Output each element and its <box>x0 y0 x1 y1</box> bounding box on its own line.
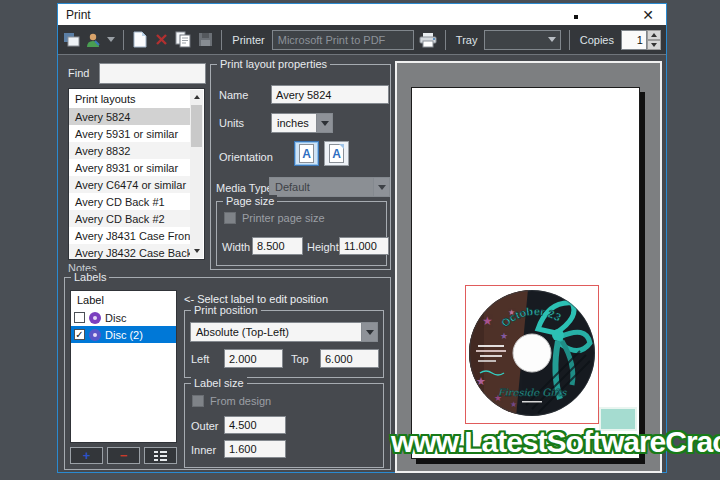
down-arrow-icon <box>651 43 657 47</box>
user-menu-caret-icon[interactable] <box>107 37 115 42</box>
delete-layout-button[interactable] <box>153 30 170 49</box>
svg-text:★: ★ <box>476 375 486 388</box>
save-layout-button <box>197 30 214 49</box>
user-menu-button[interactable] <box>85 30 102 49</box>
media-type-label: Media Type <box>216 182 273 194</box>
printer-page-size-label: Printer page size <box>242 212 325 224</box>
width-label: Width <box>222 241 250 253</box>
find-input[interactable] <box>99 63 206 84</box>
printer-label: Printer <box>230 34 266 46</box>
disc-icon <box>89 329 101 341</box>
minimize-button[interactable] <box>574 15 578 19</box>
tray-select <box>484 30 560 50</box>
label-checkbox[interactable] <box>74 312 85 323</box>
svg-text:★: ★ <box>510 400 517 409</box>
inner-input[interactable]: 1.600 <box>224 440 286 458</box>
add-label-button[interactable]: + <box>70 447 103 464</box>
outer-input[interactable]: 4.500 <box>224 416 286 434</box>
disc-label-image[interactable]: ★ ★ ★ ★ ★ ★ <box>468 289 596 417</box>
orientation-label: Orientation <box>219 151 273 163</box>
copies-increment-button[interactable] <box>647 30 661 40</box>
new-layout-button[interactable] <box>132 30 149 49</box>
landscape-page-icon: A <box>329 144 344 163</box>
media-type-value: Default <box>269 177 373 197</box>
units-value[interactable]: inches <box>271 113 316 133</box>
copy-icon <box>175 31 191 48</box>
layout-item[interactable]: Avery CD Back #1 <box>69 193 190 210</box>
units-select[interactable]: inches <box>271 113 333 133</box>
folder-icon <box>63 32 80 47</box>
copies-label: Copies <box>578 34 616 46</box>
height-input[interactable]: 11.000 <box>339 237 389 255</box>
labels-column-header: Label <box>71 291 176 309</box>
toolbar-separator <box>445 30 446 50</box>
label-name[interactable]: Disc <box>105 312 126 324</box>
close-button[interactable]: ✕ <box>636 4 660 25</box>
labels-list[interactable]: Label Disc ✓ Disc (2) <box>70 290 177 443</box>
print-position-mode-select[interactable]: Absolute (Top-Left) <box>190 322 378 342</box>
svg-text:★: ★ <box>482 314 493 328</box>
page-size-group: Page size <box>216 201 387 266</box>
scrollbar-thumb[interactable] <box>191 105 202 147</box>
label-row-disc-2[interactable]: ✓ Disc (2) <box>71 326 176 343</box>
delete-x-icon <box>155 33 168 46</box>
layout-item[interactable]: Avery 5931 or similar <box>69 125 190 142</box>
down-arrow-icon <box>194 249 200 253</box>
layout-item[interactable]: Avery 8931 or similar <box>69 159 190 176</box>
width-input[interactable]: 8.500 <box>252 237 303 255</box>
toolbar-separator <box>221 30 222 50</box>
orientation-landscape-button[interactable]: A <box>324 141 349 166</box>
label-checkbox[interactable]: ✓ <box>74 329 85 340</box>
scroll-down-button[interactable] <box>190 244 203 258</box>
copies-stepper[interactable]: 1 <box>621 30 661 50</box>
title-bar[interactable]: Print ✕ <box>58 4 666 25</box>
scroll-up-button[interactable] <box>190 90 203 104</box>
print-position-title: Print position <box>191 304 261 316</box>
layout-item[interactable]: Avery J8432 Case Back <box>69 244 190 260</box>
new-document-icon <box>133 31 147 48</box>
up-arrow-icon <box>194 95 200 99</box>
printer-settings-button[interactable] <box>419 30 437 49</box>
top-label: Top <box>291 353 309 365</box>
layout-item[interactable]: Avery CD Back #2 <box>69 210 190 227</box>
find-label: Find <box>68 67 89 79</box>
remove-label-button[interactable]: − <box>107 447 140 464</box>
name-input[interactable]: Avery 5824 <box>271 85 389 104</box>
print-preview-panel[interactable]: ★ ★ ★ ★ ★ ★ <box>395 61 662 473</box>
name-label: Name <box>219 89 248 101</box>
print-dialog: Print ✕ <box>57 3 667 473</box>
label-row-disc[interactable]: Disc <box>71 309 176 326</box>
media-type-select: Default <box>269 177 390 197</box>
layouts-scrollbar[interactable] <box>190 90 203 258</box>
print-position-mode-value[interactable]: Absolute (Top-Left) <box>190 322 361 342</box>
tray-label: Tray <box>454 34 480 46</box>
layout-item[interactable]: Avery 8832 <box>69 142 190 159</box>
up-arrow-icon <box>651 33 657 37</box>
print-layouts-list[interactable]: Print layouts Avery 5824 Avery 5931 or s… <box>68 88 205 260</box>
layout-item[interactable]: Avery 5824 <box>69 108 190 125</box>
left-input[interactable]: 2.000 <box>224 349 283 368</box>
from-design-checkbox <box>192 395 204 407</box>
toolbar: Printer Microsoft Print to PDF Tray Copi… <box>58 25 666 55</box>
dropdown-arrow-icon[interactable] <box>316 113 333 133</box>
top-input[interactable]: 6.000 <box>320 349 379 368</box>
orientation-portrait-button[interactable]: A <box>294 141 319 166</box>
inner-label: Inner <box>191 444 216 456</box>
disc-center-hole <box>513 334 551 372</box>
toolbar-separator <box>123 30 124 50</box>
dropdown-arrow-icon[interactable] <box>361 322 378 342</box>
open-layout-button[interactable] <box>63 30 80 49</box>
copies-value[interactable]: 1 <box>621 30 647 50</box>
label-name[interactable]: Disc (2) <box>105 329 143 341</box>
copies-decrement-button[interactable] <box>647 40 661 50</box>
user-icon <box>85 32 101 48</box>
layout-item[interactable]: Avery J8431 Case Front <box>69 227 190 244</box>
printer-name-field: Microsoft Print to PDF <box>272 30 414 50</box>
grid-view-icon <box>154 451 167 461</box>
layout-item[interactable]: Avery C6474 or similar <box>69 176 190 193</box>
label-view-button[interactable] <box>144 447 177 464</box>
svg-text:★: ★ <box>500 331 508 341</box>
outer-label: Outer <box>191 420 219 432</box>
copy-layout-button[interactable] <box>175 30 192 49</box>
units-label: Units <box>219 117 244 129</box>
